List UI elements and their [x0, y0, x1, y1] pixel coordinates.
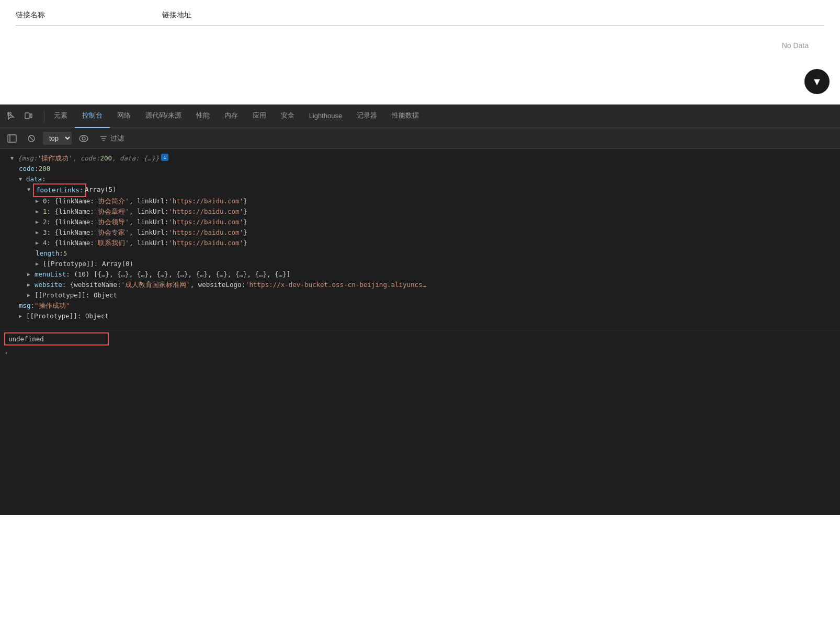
- footer-links-key: footerLinks:: [35, 185, 85, 195]
- expand-root-triangle[interactable]: ▼: [10, 154, 16, 163]
- col-link-url: 链接地址: [162, 10, 191, 20]
- console-data-line[interactable]: ▼ data :: [0, 174, 840, 185]
- no-data-label: No Data: [16, 26, 824, 50]
- console-item4[interactable]: ▶ 4 : {linkName: '联系我们' , linkUrl: 'http…: [0, 238, 840, 248]
- divider1: [44, 110, 44, 122]
- console-menulist-line[interactable]: ▶ menuList : (10) [{…}, {…}, {…}, {…}, {…: [0, 269, 840, 280]
- col-link-name: 链接名称: [16, 10, 162, 20]
- devtools-tabbar: 元素 控制台 网络 源代码/来源 性能 内存 应用 安全 Lighthouse …: [0, 105, 840, 128]
- filter-btn[interactable]: 过滤: [96, 132, 128, 145]
- expand-prototype-arr-triangle[interactable]: ▶: [36, 259, 41, 269]
- console-item2[interactable]: ▶ 2 : {linkName: '协会领导' , linkUrl: 'http…: [0, 217, 840, 227]
- lighthouse-circle-btn[interactable]: ▼: [804, 69, 830, 94]
- svg-rect-1: [25, 113, 29, 119]
- expand-item1-triangle[interactable]: ▶: [36, 207, 41, 216]
- tab-network[interactable]: 网络: [110, 105, 138, 128]
- top-panel: 链接名称 链接地址 No Data: [0, 0, 840, 105]
- sidebar-toggle-btn[interactable]: [4, 132, 20, 145]
- console-website-line[interactable]: ▶ website : {websiteName: '成人教育国家标准网' , …: [0, 280, 840, 290]
- tab-lighthouse[interactable]: Lighthouse: [302, 105, 350, 128]
- expand-data-triangle[interactable]: ▼: [19, 175, 24, 184]
- console-output: ▼ {msg: '操作成功' , code: 200 , data: {…}} …: [0, 149, 840, 515]
- tab-sources[interactable]: 源代码/来源: [138, 105, 189, 128]
- expand-item0-triangle[interactable]: ▶: [36, 197, 41, 206]
- clear-console-btn[interactable]: [24, 132, 39, 145]
- tab-recorder[interactable]: 记录器: [349, 105, 384, 128]
- tab-elements[interactable]: 元素: [47, 105, 75, 128]
- console-msg-line: msg : "操作成功": [0, 301, 840, 311]
- console-input-area: [0, 330, 840, 348]
- console-chevron-icon: ›: [4, 348, 8, 358]
- console-root-line[interactable]: ▼ {msg: '操作成功' , code: 200 , data: {…}} …: [0, 153, 840, 164]
- console-item0[interactable]: ▶ 0 : {linkName: '协会简介' , linkUrl: 'http…: [0, 196, 840, 206]
- console-prototype-obj1[interactable]: ▶ [[Prototype]]: Object: [0, 290, 840, 301]
- expand-footerlinks-triangle[interactable]: ▼: [27, 185, 32, 194]
- expand-item3-triangle[interactable]: ▶: [36, 228, 41, 237]
- console-prototype-obj2[interactable]: ▶ [[Prototype]]: Object: [0, 311, 840, 321]
- inspect-icon[interactable]: [4, 110, 19, 122]
- svg-point-7: [80, 135, 88, 142]
- tab-application[interactable]: 应用: [245, 105, 274, 128]
- tab-performance[interactable]: 性能: [189, 105, 217, 128]
- tab-perf-data[interactable]: 性能数据: [384, 105, 426, 128]
- expand-proto-obj2-triangle[interactable]: ▶: [19, 312, 24, 321]
- console-length-line: length : 5: [0, 248, 840, 259]
- expand-website-triangle[interactable]: ▶: [27, 280, 32, 290]
- console-footerlinks-line[interactable]: ▼ footerLinks: Array(5): [0, 185, 840, 196]
- svg-rect-2: [30, 114, 32, 118]
- expand-menulist-triangle[interactable]: ▶: [27, 270, 32, 279]
- svg-line-6: [29, 136, 33, 141]
- devtools-icon-group: [4, 110, 36, 122]
- tab-console[interactable]: 控制台: [75, 105, 110, 128]
- tab-memory[interactable]: 内存: [217, 105, 245, 128]
- svg-rect-3: [8, 135, 16, 142]
- context-selector[interactable]: top: [43, 132, 72, 145]
- svg-point-8: [82, 137, 85, 140]
- console-item1[interactable]: ▶ 1 : {linkName: '协会章程' , linkUrl: 'http…: [0, 206, 840, 217]
- expand-item4-triangle[interactable]: ▶: [36, 238, 41, 248]
- expand-proto-obj1-triangle[interactable]: ▶: [27, 291, 32, 300]
- info-badge: i: [161, 154, 168, 161]
- tab-security[interactable]: 安全: [274, 105, 302, 128]
- console-item3[interactable]: ▶ 3 : {linkName: '协会专家' , linkUrl: 'http…: [0, 227, 840, 238]
- console-prototype-array[interactable]: ▶ [[Prototype]]: Array(0): [0, 259, 840, 269]
- expand-item2-triangle[interactable]: ▶: [36, 217, 41, 227]
- lighthouse-icon: ▼: [812, 76, 822, 88]
- eye-icon-btn[interactable]: [76, 133, 92, 144]
- console-input-field[interactable]: [4, 332, 109, 345]
- device-icon[interactable]: [21, 110, 36, 122]
- console-prompt-line[interactable]: ›: [0, 348, 840, 358]
- devtools-secondary-bar: top 过滤: [0, 128, 840, 149]
- console-code-line[interactable]: code : 200: [0, 164, 840, 174]
- table-header: 链接名称 链接地址: [16, 10, 824, 26]
